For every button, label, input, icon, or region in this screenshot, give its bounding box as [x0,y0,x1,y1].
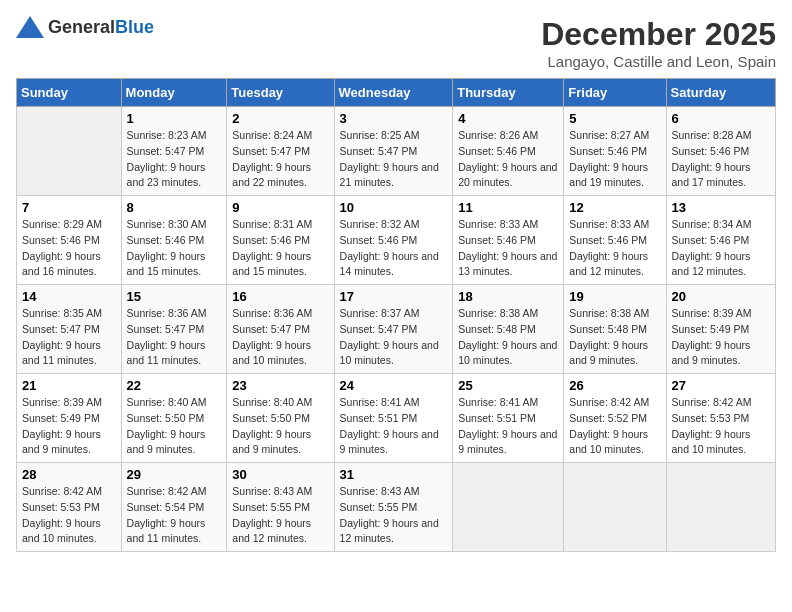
day-number: 31 [340,467,448,482]
logo-text-general: General [48,17,115,37]
svg-marker-0 [16,16,44,38]
header-day-tuesday: Tuesday [227,79,334,107]
week-row-2: 14Sunrise: 8:35 AMSunset: 5:47 PMDayligh… [17,285,776,374]
day-info: Sunrise: 8:38 AMSunset: 5:48 PMDaylight:… [458,306,558,369]
day-info: Sunrise: 8:32 AMSunset: 5:46 PMDaylight:… [340,217,448,280]
calendar-cell: 1Sunrise: 8:23 AMSunset: 5:47 PMDaylight… [121,107,227,196]
calendar-cell: 5Sunrise: 8:27 AMSunset: 5:46 PMDaylight… [564,107,666,196]
title-area: December 2025 Langayo, Castille and Leon… [541,16,776,70]
week-row-0: 1Sunrise: 8:23 AMSunset: 5:47 PMDaylight… [17,107,776,196]
calendar-cell: 6Sunrise: 8:28 AMSunset: 5:46 PMDaylight… [666,107,775,196]
day-number: 11 [458,200,558,215]
week-row-3: 21Sunrise: 8:39 AMSunset: 5:49 PMDayligh… [17,374,776,463]
calendar-cell: 14Sunrise: 8:35 AMSunset: 5:47 PMDayligh… [17,285,122,374]
calendar-cell: 20Sunrise: 8:39 AMSunset: 5:49 PMDayligh… [666,285,775,374]
day-info: Sunrise: 8:42 AMSunset: 5:53 PMDaylight:… [22,484,116,547]
day-info: Sunrise: 8:39 AMSunset: 5:49 PMDaylight:… [22,395,116,458]
day-info: Sunrise: 8:36 AMSunset: 5:47 PMDaylight:… [232,306,328,369]
calendar-cell: 7Sunrise: 8:29 AMSunset: 5:46 PMDaylight… [17,196,122,285]
day-number: 15 [127,289,222,304]
calendar-table: SundayMondayTuesdayWednesdayThursdayFrid… [16,78,776,552]
calendar-cell: 21Sunrise: 8:39 AMSunset: 5:49 PMDayligh… [17,374,122,463]
day-number: 3 [340,111,448,126]
week-row-1: 7Sunrise: 8:29 AMSunset: 5:46 PMDaylight… [17,196,776,285]
day-info: Sunrise: 8:43 AMSunset: 5:55 PMDaylight:… [340,484,448,547]
calendar-cell: 17Sunrise: 8:37 AMSunset: 5:47 PMDayligh… [334,285,453,374]
day-info: Sunrise: 8:37 AMSunset: 5:47 PMDaylight:… [340,306,448,369]
day-number: 7 [22,200,116,215]
day-number: 6 [672,111,770,126]
day-info: Sunrise: 8:27 AMSunset: 5:46 PMDaylight:… [569,128,660,191]
day-number: 14 [22,289,116,304]
calendar-cell: 22Sunrise: 8:40 AMSunset: 5:50 PMDayligh… [121,374,227,463]
day-number: 23 [232,378,328,393]
day-info: Sunrise: 8:25 AMSunset: 5:47 PMDaylight:… [340,128,448,191]
logo: GeneralBlue [16,16,154,38]
day-info: Sunrise: 8:29 AMSunset: 5:46 PMDaylight:… [22,217,116,280]
header: GeneralBlue December 2025 Langayo, Casti… [16,16,776,70]
day-number: 4 [458,111,558,126]
calendar-cell: 29Sunrise: 8:42 AMSunset: 5:54 PMDayligh… [121,463,227,552]
header-day-wednesday: Wednesday [334,79,453,107]
day-number: 25 [458,378,558,393]
subtitle: Langayo, Castille and Leon, Spain [541,53,776,70]
day-info: Sunrise: 8:35 AMSunset: 5:47 PMDaylight:… [22,306,116,369]
calendar-cell: 28Sunrise: 8:42 AMSunset: 5:53 PMDayligh… [17,463,122,552]
day-number: 13 [672,200,770,215]
header-day-saturday: Saturday [666,79,775,107]
calendar-cell: 15Sunrise: 8:36 AMSunset: 5:47 PMDayligh… [121,285,227,374]
day-info: Sunrise: 8:42 AMSunset: 5:53 PMDaylight:… [672,395,770,458]
day-info: Sunrise: 8:26 AMSunset: 5:46 PMDaylight:… [458,128,558,191]
calendar-cell: 10Sunrise: 8:32 AMSunset: 5:46 PMDayligh… [334,196,453,285]
day-number: 10 [340,200,448,215]
calendar-cell: 27Sunrise: 8:42 AMSunset: 5:53 PMDayligh… [666,374,775,463]
calendar-cell: 30Sunrise: 8:43 AMSunset: 5:55 PMDayligh… [227,463,334,552]
calendar-cell: 11Sunrise: 8:33 AMSunset: 5:46 PMDayligh… [453,196,564,285]
day-number: 5 [569,111,660,126]
logo-icon [16,16,44,38]
day-info: Sunrise: 8:33 AMSunset: 5:46 PMDaylight:… [569,217,660,280]
day-number: 16 [232,289,328,304]
header-row: SundayMondayTuesdayWednesdayThursdayFrid… [17,79,776,107]
day-info: Sunrise: 8:34 AMSunset: 5:46 PMDaylight:… [672,217,770,280]
day-info: Sunrise: 8:24 AMSunset: 5:47 PMDaylight:… [232,128,328,191]
day-number: 18 [458,289,558,304]
calendar-cell: 13Sunrise: 8:34 AMSunset: 5:46 PMDayligh… [666,196,775,285]
calendar-cell: 31Sunrise: 8:43 AMSunset: 5:55 PMDayligh… [334,463,453,552]
calendar-cell: 23Sunrise: 8:40 AMSunset: 5:50 PMDayligh… [227,374,334,463]
calendar-cell: 8Sunrise: 8:30 AMSunset: 5:46 PMDaylight… [121,196,227,285]
calendar-cell: 24Sunrise: 8:41 AMSunset: 5:51 PMDayligh… [334,374,453,463]
day-info: Sunrise: 8:40 AMSunset: 5:50 PMDaylight:… [232,395,328,458]
calendar-cell [453,463,564,552]
day-number: 30 [232,467,328,482]
header-day-sunday: Sunday [17,79,122,107]
header-day-friday: Friday [564,79,666,107]
week-row-4: 28Sunrise: 8:42 AMSunset: 5:53 PMDayligh… [17,463,776,552]
day-number: 29 [127,467,222,482]
calendar-cell: 12Sunrise: 8:33 AMSunset: 5:46 PMDayligh… [564,196,666,285]
day-info: Sunrise: 8:33 AMSunset: 5:46 PMDaylight:… [458,217,558,280]
day-info: Sunrise: 8:40 AMSunset: 5:50 PMDaylight:… [127,395,222,458]
day-number: 28 [22,467,116,482]
day-number: 8 [127,200,222,215]
calendar-cell: 19Sunrise: 8:38 AMSunset: 5:48 PMDayligh… [564,285,666,374]
calendar-cell: 3Sunrise: 8:25 AMSunset: 5:47 PMDaylight… [334,107,453,196]
day-number: 20 [672,289,770,304]
calendar-cell: 16Sunrise: 8:36 AMSunset: 5:47 PMDayligh… [227,285,334,374]
day-info: Sunrise: 8:42 AMSunset: 5:54 PMDaylight:… [127,484,222,547]
day-info: Sunrise: 8:41 AMSunset: 5:51 PMDaylight:… [458,395,558,458]
calendar-cell: 26Sunrise: 8:42 AMSunset: 5:52 PMDayligh… [564,374,666,463]
day-number: 24 [340,378,448,393]
header-day-monday: Monday [121,79,227,107]
day-info: Sunrise: 8:39 AMSunset: 5:49 PMDaylight:… [672,306,770,369]
calendar-cell: 18Sunrise: 8:38 AMSunset: 5:48 PMDayligh… [453,285,564,374]
day-number: 2 [232,111,328,126]
day-number: 12 [569,200,660,215]
calendar-cell: 4Sunrise: 8:26 AMSunset: 5:46 PMDaylight… [453,107,564,196]
calendar-cell: 2Sunrise: 8:24 AMSunset: 5:47 PMDaylight… [227,107,334,196]
day-info: Sunrise: 8:42 AMSunset: 5:52 PMDaylight:… [569,395,660,458]
calendar-cell [17,107,122,196]
day-info: Sunrise: 8:36 AMSunset: 5:47 PMDaylight:… [127,306,222,369]
header-day-thursday: Thursday [453,79,564,107]
day-number: 26 [569,378,660,393]
